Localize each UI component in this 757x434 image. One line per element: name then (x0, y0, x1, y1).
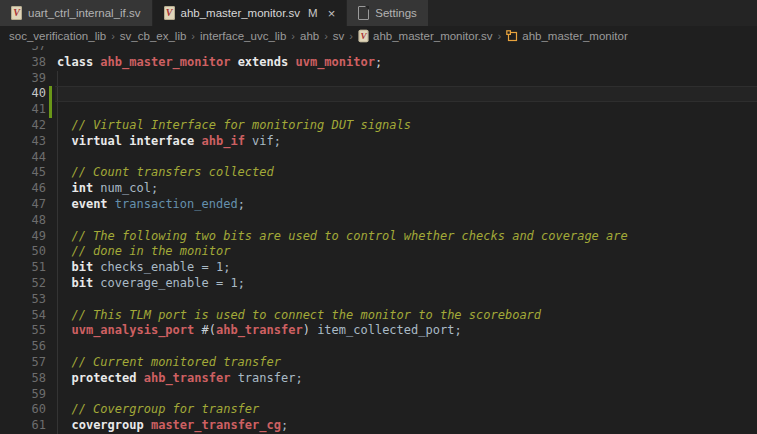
line-number[interactable]: 60 (0, 402, 46, 418)
code-line[interactable]: 54 // This TLM port is used to connect t… (0, 308, 757, 324)
line-number[interactable]: 59 (0, 387, 46, 403)
line-number[interactable]: 50 (0, 244, 46, 260)
chevron-right-icon: › (291, 30, 295, 42)
code-text: protected ahb_transfer transfer; (57, 371, 303, 387)
code-line[interactable]: 44 (0, 150, 757, 166)
breadcrumb-item[interactable]: ahb_master_monitor (506, 30, 627, 42)
code-editor[interactable]: 3738class ahb_master_monitor extends uvm… (0, 46, 757, 434)
line-number[interactable]: 38 (0, 55, 46, 71)
code-text: // Virtual Interface for monitoring DUT … (57, 118, 411, 134)
code-text: // Current monitored transfer (57, 355, 281, 371)
breadcrumb-item[interactable]: Vahb_master_monitor.sv (358, 29, 493, 43)
code-line[interactable]: 60 // Covergroup for transfer (0, 402, 757, 418)
line-number[interactable]: 56 (0, 339, 46, 355)
breadcrumb-label: soc_verification_lib (9, 30, 106, 42)
code-text: uvm_analysis_port #(ahb_transfer) item_c… (57, 323, 462, 339)
tab-ahb-master-monitor-sv[interactable]: Vahb_master_monitor.svM× (153, 0, 348, 26)
line-number[interactable]: 53 (0, 292, 46, 308)
code-line[interactable]: 48 (0, 213, 757, 229)
close-icon[interactable]: × (328, 7, 336, 20)
tab-label: Settings (375, 7, 417, 19)
code-line[interactable]: 38class ahb_master_monitor extends uvm_m… (0, 55, 757, 71)
line-number[interactable]: 39 (0, 71, 46, 87)
code-text: // The following two bits are used to co… (57, 229, 628, 245)
code-line[interactable]: 37 (0, 46, 757, 55)
breadcrumb-label: ahb_master_monitor.sv (373, 30, 493, 42)
chevron-right-icon: › (349, 30, 353, 42)
code-line[interactable]: 43 virtual interface ahb_if vif; (0, 134, 757, 150)
code-line[interactable]: 41 (0, 102, 757, 118)
line-number[interactable]: 37 (0, 46, 46, 55)
code-text: event transaction_ended; (57, 197, 245, 213)
current-line-highlight (55, 86, 757, 102)
line-number[interactable]: 54 (0, 308, 46, 324)
line-number[interactable]: 47 (0, 197, 46, 213)
code-text: bit coverage_enable = 1; (57, 276, 245, 292)
code-line[interactable]: 49 // The following two bits are used to… (0, 229, 757, 245)
line-number[interactable]: 51 (0, 260, 46, 276)
tab-settings[interactable]: Settings (347, 0, 429, 26)
code-text: class ahb_master_monitor extends uvm_mon… (57, 55, 382, 71)
code-line[interactable]: 39 (0, 71, 757, 87)
systemverilog-file-icon: V (359, 30, 369, 43)
breadcrumb-item[interactable]: soc_verification_lib (9, 30, 106, 42)
line-number[interactable]: 44 (0, 150, 46, 166)
code-text: // This TLM port is used to connect the … (57, 308, 541, 324)
line-number[interactable]: 46 (0, 181, 46, 197)
code-line[interactable]: 59 (0, 387, 757, 403)
breadcrumb-item[interactable]: sv_cb_ex_lib (120, 30, 186, 42)
code-line[interactable]: 46 int num_col; (0, 181, 757, 197)
git-added-indicator (49, 102, 52, 118)
line-number[interactable]: 43 (0, 134, 46, 150)
breadcrumb-label: interface_uvc_lib (200, 30, 286, 42)
code-line[interactable]: 45 // Count transfers collected (0, 165, 757, 181)
code-line[interactable]: 51 bit checks_enable = 1; (0, 260, 757, 276)
breadcrumb-item[interactable]: sv (333, 30, 345, 42)
code-line[interactable]: 42 // Virtual Interface for monitoring D… (0, 118, 757, 134)
git-modified-badge: M (308, 7, 318, 19)
systemverilog-file-icon: V (11, 6, 22, 20)
line-number[interactable]: 48 (0, 213, 46, 229)
code-line[interactable]: 50 // done in the monitor (0, 244, 757, 260)
breadcrumb-label: sv_cb_ex_lib (120, 30, 186, 42)
code-line[interactable]: 61 covergroup master_transfer_cg; (0, 418, 757, 434)
breadcrumb-item[interactable]: ahb (300, 30, 319, 42)
line-number[interactable]: 40 (0, 86, 46, 102)
code-line[interactable]: 52 bit coverage_enable = 1; (0, 276, 757, 292)
tab-label: ahb_master_monitor.sv (181, 7, 301, 19)
line-number[interactable]: 61 (0, 418, 46, 434)
code-line[interactable]: 58 protected ahb_transfer transfer; (0, 371, 757, 387)
code-text: // Count transfers collected (57, 165, 274, 181)
breadcrumb-item[interactable]: interface_uvc_lib (200, 30, 286, 42)
line-number[interactable]: 42 (0, 118, 46, 134)
tab-bar: Vuart_ctrl_internal_if.svVahb_master_mon… (0, 0, 757, 26)
line-number[interactable]: 58 (0, 371, 46, 387)
line-number[interactable]: 45 (0, 165, 46, 181)
chevron-right-icon: › (324, 30, 328, 42)
code-line[interactable]: 40 (0, 86, 757, 102)
code-line[interactable]: 57 // Current monitored transfer (0, 355, 757, 371)
line-number[interactable]: 55 (0, 323, 46, 339)
breadcrumb: soc_verification_lib›sv_cb_ex_lib›interf… (0, 26, 757, 46)
line-number[interactable]: 49 (0, 229, 46, 245)
code-line[interactable]: 47 event transaction_ended; (0, 197, 757, 213)
breadcrumb-label: ahb (300, 30, 319, 42)
chevron-right-icon: › (111, 30, 115, 42)
code-line[interactable]: 56 (0, 339, 757, 355)
class-symbol-icon (506, 30, 518, 42)
tab-label: uart_ctrl_internal_if.sv (28, 7, 141, 19)
code-text: int num_col; (57, 181, 158, 197)
code-text: bit checks_enable = 1; (57, 260, 230, 276)
tab-uart-ctrl-internal-if-sv[interactable]: Vuart_ctrl_internal_if.sv (0, 0, 153, 26)
code-text: // done in the monitor (57, 244, 230, 260)
chevron-right-icon: › (191, 30, 195, 42)
file-icon (358, 6, 369, 20)
line-number[interactable]: 41 (0, 102, 46, 118)
code-line[interactable]: 53 (0, 292, 757, 308)
code-line[interactable]: 55 uvm_analysis_port #(ahb_transfer) ite… (0, 323, 757, 339)
line-number[interactable]: 52 (0, 276, 46, 292)
line-number[interactable]: 57 (0, 355, 46, 371)
git-added-indicator (49, 86, 52, 102)
breadcrumb-label: ahb_master_monitor (522, 30, 627, 42)
code-text: // Covergroup for transfer (57, 402, 259, 418)
